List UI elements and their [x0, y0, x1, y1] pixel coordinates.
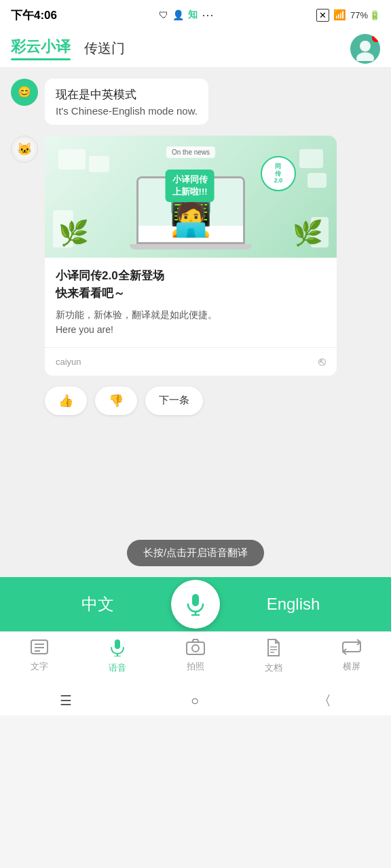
plant-right-icon: 🌿	[293, 219, 323, 248]
svg-point-1	[360, 41, 371, 52]
action-buttons: 👍 👎 下一条	[45, 387, 380, 415]
sys-nav: ☰ ○ 〈	[0, 686, 391, 715]
app-name: 彩云小译	[11, 37, 71, 60]
wifi-icon: 📶	[333, 9, 346, 21]
chat-area: 😊 现在是中英模式 It's Chinese-English mode now.…	[0, 68, 391, 529]
card-scene: On the news 小译同传 上新啦!!! 同 传 2.0 🌿 🌿	[45, 136, 337, 258]
card-footer: caiyun ⎋	[45, 347, 337, 376]
sys-menu-button[interactable]: ☰	[60, 692, 72, 709]
badge-new: 同 传 2.0	[261, 156, 296, 191]
svg-text:🐱: 🐱	[17, 142, 33, 157]
battery-icon: 🔋	[369, 10, 380, 20]
nav-label-doc: 文档	[265, 662, 282, 674]
zh-icon: 知	[188, 9, 198, 21]
landscape-icon	[342, 639, 361, 658]
nav-label-landscape: 横屏	[343, 660, 360, 673]
svg-point-22	[192, 645, 199, 652]
second-tab[interactable]: 传送门	[84, 39, 125, 58]
camera-icon	[186, 639, 205, 658]
sys-home-button[interactable]: ○	[191, 693, 199, 709]
card-title: 小译同传2.0全新登场 快来看看吧～	[56, 267, 326, 302]
next-button[interactable]: 下一条	[145, 387, 203, 415]
mic-icon	[184, 593, 207, 616]
avatar[interactable]	[350, 34, 380, 64]
card-body: On the news 小译同传 上新啦!!! 同 传 2.0 🌿 🌿	[45, 136, 337, 376]
bot-message: 😊 现在是中英模式 It's Chinese-English mode now.	[11, 79, 380, 125]
card-description: 新功能，新体验，翻译就是如此便捷。 Here you are!	[56, 307, 326, 338]
deco-1	[58, 149, 86, 170]
nav-item-camera[interactable]: 拍照	[156, 639, 234, 673]
x-icon: ✕	[316, 9, 329, 22]
svg-rect-18	[115, 639, 120, 649]
sys-back-button[interactable]: 〈	[318, 692, 331, 710]
voice-hint[interactable]: 长按/点击开启语音翻译	[127, 540, 264, 566]
lang-chinese-button[interactable]: 中文	[0, 577, 196, 631]
status-right-icons: ✕ 📶 77 % 🔋	[316, 9, 380, 22]
card-source: caiyun	[56, 357, 81, 367]
deco-3	[299, 149, 323, 168]
figure-illustration: 🧑‍💻	[170, 199, 212, 239]
share-icon[interactable]: ⎋	[318, 355, 326, 369]
nav-item-text[interactable]: 文字	[0, 639, 78, 673]
news-banner: On the news	[166, 146, 215, 158]
nav-label-text: 文字	[31, 660, 48, 673]
card-message: 🐱 On the news 小译同传	[11, 136, 380, 376]
nav-item-voice[interactable]: 语音	[78, 639, 156, 674]
battery-indicator: 77 % 🔋	[350, 10, 380, 20]
nav-item-landscape[interactable]: 横屏	[313, 639, 391, 673]
status-time: 下午4:06	[11, 7, 57, 23]
svg-rect-21	[187, 642, 204, 654]
avatar-image	[352, 35, 379, 62]
card-bot-avatar: 🐱	[11, 136, 38, 163]
status-icons: 🛡 👤 知 ···	[159, 8, 214, 22]
thumb-down-button[interactable]: 👎	[95, 387, 137, 415]
shield-icon: 🛡	[159, 9, 168, 20]
user-icon: 👤	[172, 9, 184, 20]
bot-en-text: It's Chinese-English mode now.	[56, 105, 198, 117]
green-banner: 小译同传 上新啦!!!	[166, 170, 215, 202]
plant-left-icon: 🌿	[58, 219, 89, 248]
lang-bar: 中文 English	[0, 577, 391, 631]
more-icon: ···	[202, 8, 214, 22]
nav-item-doc[interactable]: 文档	[235, 639, 313, 674]
lang-english-button[interactable]: English	[196, 577, 391, 631]
laptop-base	[130, 244, 252, 250]
card-image: On the news 小译同传 上新啦!!! 同 传 2.0 🌿 🌿	[45, 136, 337, 258]
bot-zh-text: 现在是中英模式	[56, 87, 198, 102]
nav-label-voice: 语音	[109, 662, 126, 674]
mic-button[interactable]	[171, 580, 220, 629]
header: 彩云小译 传送门	[0, 30, 391, 68]
card-content: 小译同传2.0全新登场 快来看看吧～ 新功能，新体验，翻译就是如此便捷。 Her…	[45, 258, 337, 347]
status-bar: 下午4:06 🛡 👤 知 ··· ✕ 📶 77 % 🔋	[0, 0, 391, 30]
svg-text:😊: 😊	[18, 85, 31, 98]
voice-icon	[109, 639, 126, 659]
bot-bubble: 现在是中英模式 It's Chinese-English mode now.	[45, 79, 208, 125]
bot-avatar: 😊	[11, 79, 38, 106]
deco-2	[89, 156, 109, 172]
nav-label-camera: 拍照	[187, 660, 204, 673]
bottom-nav: 文字 语音 拍照	[0, 631, 391, 686]
svg-rect-11	[192, 594, 199, 606]
doc-icon	[266, 639, 281, 659]
text-icon	[30, 639, 49, 658]
deco-4	[308, 173, 327, 188]
thumb-up-button[interactable]: 👍	[45, 387, 87, 415]
voice-hint-area: 长按/点击开启语音翻译	[0, 529, 391, 577]
